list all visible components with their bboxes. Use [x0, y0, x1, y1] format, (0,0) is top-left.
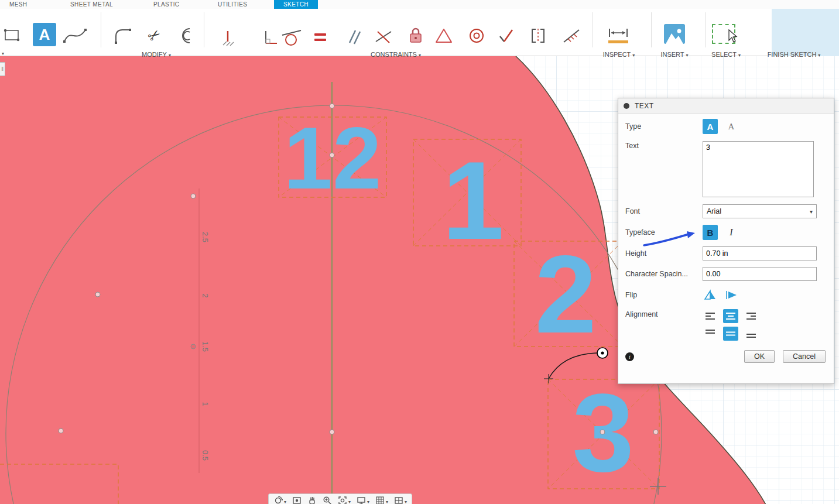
- modify-group-text: MODIFY: [142, 51, 167, 58]
- finish-sketch-label[interactable]: FINISH SKETCH: [768, 51, 821, 58]
- sketch-toolbar: ▾ MODIFY: [0, 9, 839, 56]
- sketch-point[interactable]: [59, 428, 63, 433]
- tab-plastic[interactable]: PLASTIC: [153, 0, 179, 9]
- fix-lock-constraint-icon[interactable]: [406, 25, 425, 46]
- fit-icon: [338, 496, 347, 504]
- grid-settings-button[interactable]: [375, 495, 388, 504]
- collinear-constraint-icon[interactable]: [374, 28, 393, 46]
- text-dialog-header[interactable]: TEXT: [618, 98, 834, 114]
- tab-sketch[interactable]: SKETCH: [274, 0, 318, 9]
- triangle-constraint-icon[interactable]: [434, 26, 453, 45]
- align-right-button[interactable]: [744, 309, 759, 323]
- text-type-on-path-button[interactable]: A: [724, 119, 739, 134]
- dialog-grip-icon[interactable]: [624, 103, 629, 109]
- trim-tool-icon[interactable]: [144, 25, 164, 45]
- dropdown-caret-icon: [284, 495, 286, 504]
- look-at-button[interactable]: [292, 496, 302, 504]
- select-tool-icon[interactable]: [712, 24, 735, 44]
- tab-sheet-metal[interactable]: SHEET METAL: [70, 0, 113, 9]
- text-tool-icon[interactable]: [33, 23, 56, 46]
- sketch-point[interactable]: [330, 104, 334, 108]
- curvature-constraint-icon[interactable]: [561, 26, 582, 45]
- insert-group-label[interactable]: INSERT: [660, 51, 688, 58]
- sketch-point[interactable]: [330, 153, 334, 157]
- create-group-caret-icon[interactable]: ▾: [2, 51, 4, 56]
- align-bottom-button[interactable]: [744, 327, 759, 341]
- font-select[interactable]: Arial: [703, 204, 817, 218]
- alignment-row: Alignment: [625, 309, 827, 341]
- tab-mesh[interactable]: MESH: [9, 0, 28, 9]
- numeral-2[interactable]: 2: [535, 232, 597, 356]
- sketch-canvas[interactable]: 2.5 2 1.5 1 0.5: [0, 56, 839, 504]
- bold-button[interactable]: B: [703, 225, 718, 240]
- inspect-group-label[interactable]: INSPECT: [603, 51, 635, 58]
- align-left-button[interactable]: [703, 309, 718, 323]
- symmetry-constraint-icon[interactable]: [528, 26, 548, 45]
- sketch-point[interactable]: [95, 292, 100, 297]
- info-icon[interactable]: i: [625, 352, 634, 361]
- insert-image-tool-icon[interactable]: [664, 24, 685, 44]
- browser-panel-handle[interactable]: [0, 62, 5, 76]
- two-point-rectangle-tool-icon[interactable]: [2, 26, 21, 44]
- select-group-label[interactable]: SELECT: [711, 51, 741, 58]
- numeral-1[interactable]: 1: [442, 138, 504, 262]
- snap-center-marker[interactable]: [597, 348, 608, 358]
- align-center-button[interactable]: [723, 309, 738, 323]
- ok-button[interactable]: OK: [744, 350, 775, 363]
- sketch-point[interactable]: [330, 430, 334, 434]
- modify-group-label[interactable]: MODIFY: [142, 51, 171, 58]
- sketch-point[interactable]: [653, 430, 658, 434]
- parallel-constraint-icon[interactable]: [344, 28, 364, 46]
- spline-tool-icon[interactable]: [62, 25, 88, 46]
- align-top-button[interactable]: [703, 327, 718, 341]
- dimension-label: 1: [201, 402, 210, 406]
- dimension-label: 1.5: [201, 341, 210, 352]
- height-row: Height: [625, 246, 827, 260]
- orbit-button[interactable]: [273, 495, 286, 504]
- zoom-button[interactable]: [323, 496, 332, 504]
- text-input[interactable]: 3: [703, 141, 814, 197]
- finish-sketch-panel[interactable]: [772, 9, 839, 56]
- perpendicular-constraint-icon[interactable]: [261, 29, 279, 46]
- pan-button[interactable]: [307, 496, 317, 504]
- offset-tool-icon[interactable]: [174, 26, 194, 45]
- height-input[interactable]: [703, 246, 817, 260]
- flip-horizontal-button[interactable]: [703, 287, 718, 303]
- font-select-value: Arial: [707, 207, 810, 215]
- tab-utilities[interactable]: UTILITIES: [218, 0, 247, 9]
- midpoint-constraint-icon[interactable]: [495, 26, 515, 45]
- equal-constraint-icon[interactable]: [311, 30, 329, 45]
- font-label: Font: [625, 207, 703, 215]
- text-type-standard-button[interactable]: A: [703, 119, 718, 134]
- text-dialog: TEXT Type A A Text 3 Font: [618, 98, 834, 384]
- text-type-on-path-glyph: A: [728, 122, 735, 132]
- zoom-icon: [323, 496, 332, 504]
- cursor-arrow-icon: [727, 29, 738, 43]
- typeface-label: Typeface: [625, 228, 703, 236]
- flip-row: Flip: [625, 287, 827, 303]
- fit-button[interactable]: [338, 495, 351, 504]
- align-middle-button[interactable]: [723, 327, 738, 341]
- cancel-button[interactable]: Cancel: [783, 350, 826, 363]
- italic-button[interactable]: I: [724, 225, 739, 240]
- character-spacing-input[interactable]: [703, 267, 817, 281]
- dimension-label: 0.5: [201, 450, 210, 461]
- horizontal-vertical-constraint-icon[interactable]: [219, 29, 237, 47]
- display-settings-button[interactable]: [357, 495, 369, 504]
- numeral-12[interactable]: 12: [284, 109, 382, 207]
- sketch-point[interactable]: [191, 194, 196, 198]
- constraints-group-label[interactable]: CONSTRAINTS: [371, 51, 421, 58]
- font-row: Font Arial: [625, 204, 827, 218]
- fillet-tool-icon[interactable]: [112, 26, 133, 45]
- concentric-constraint-icon[interactable]: [467, 26, 486, 45]
- flip-vertical-button[interactable]: [724, 287, 739, 303]
- viewports-icon: [394, 496, 403, 504]
- measure-tool-icon[interactable]: [605, 25, 631, 47]
- bold-glyph: B: [707, 228, 714, 238]
- viewports-button[interactable]: [394, 495, 407, 504]
- toolbar-separator: [101, 12, 101, 47]
- sketch-point[interactable]: [191, 344, 196, 349]
- tangent-constraint-icon[interactable]: [281, 28, 302, 47]
- sketch-point[interactable]: [600, 430, 605, 434]
- typeface-row: Typeface B I: [625, 225, 827, 240]
